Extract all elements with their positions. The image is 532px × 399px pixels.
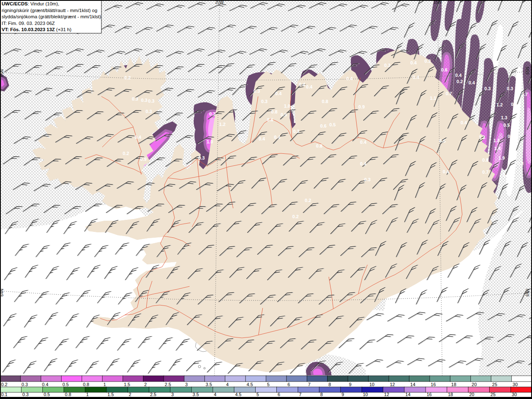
colorbar-segment: [123, 376, 143, 382]
precip-value-label: 0.2: [456, 79, 463, 84]
precip-value-label: 0.6: [267, 117, 273, 122]
precip-value-label: 0.4: [299, 82, 305, 87]
colorbar-tick-label: 10: [363, 392, 368, 397]
colorbar-segment: [450, 376, 471, 382]
precip-value-label: 0.3: [261, 99, 267, 104]
legend-line-3: slydda/snjókoma (grátt/bleikt/grænt - mm…: [2, 14, 101, 19]
precip-value-label: 0.6: [439, 138, 446, 143]
colorbar-tick-label: 7: [299, 392, 301, 397]
colorbar-tick-label: 1.5: [124, 382, 130, 387]
colorbar-tick-label: 0.3: [22, 382, 28, 387]
colorbar-tick-label: 2: [144, 382, 147, 387]
colorbar-tick-label: 0.2: [1, 382, 7, 387]
colorbar-tick-label: 2.5: [165, 382, 171, 387]
precip-value-label: 0.7: [446, 91, 452, 96]
colorbar-tick-label: 2: [129, 392, 131, 397]
colorbar-tick-label: 18: [451, 382, 456, 387]
colorbar-segment: [204, 376, 225, 382]
colorbar-tick-label: 0.5: [44, 392, 50, 397]
precip-value-label: 0.3: [254, 89, 260, 94]
colorbar-tick-label: 4: [226, 382, 229, 387]
colorbar-tick-label: 7: [308, 382, 310, 387]
precip-value-label: 0.7: [482, 170, 488, 175]
colorbar-tick-label: 16: [431, 382, 436, 387]
precip-value-label: 1.0: [284, 103, 290, 108]
precip-value-label: 0.9: [503, 172, 509, 177]
legend-box: UWC/ECDS: Vindur (10m), rigning/skúrir (…: [0, 0, 101, 33]
precip-value-label: 0.5: [503, 123, 510, 128]
colorbar-segment: [246, 376, 266, 382]
colorbar-tick-label: 0.1: [1, 392, 7, 397]
colorbar-tick-label: 3: [171, 392, 174, 397]
precip-value-label: 1.2: [219, 122, 225, 127]
precip-value-label: 0.4: [468, 80, 475, 85]
precip-value-label: 0.4: [346, 76, 353, 81]
precip-value-label: 0.2: [292, 214, 298, 219]
colorbar-tick-label: 4.5: [235, 392, 241, 397]
colorbar-tick-label: 8: [328, 382, 331, 387]
colorbar-tick-label: 30: [512, 382, 517, 387]
colorbar-tick-label: 6: [288, 382, 290, 387]
precip-value-label: 0.3: [507, 86, 513, 91]
precip-value-label: 0.6: [441, 67, 447, 72]
colorbar-segment: [348, 376, 369, 382]
precip-value-label: 0.3: [145, 109, 152, 114]
colorbar-tick-label: 12: [384, 392, 389, 397]
precip-value-label: 0.9: [358, 104, 365, 109]
precip-value-label: 1.0: [207, 139, 213, 144]
colorbar-tick-label: 4.5: [246, 382, 253, 387]
colorbar-tick-label: 20: [472, 382, 477, 387]
colorbar-segment: [82, 376, 103, 382]
precip-value-label: 1.3: [501, 115, 507, 120]
precip-value-label: 0.4: [135, 135, 141, 140]
precip-value-label: 0.4: [455, 73, 462, 78]
precip-value-label: 0.4: [275, 91, 282, 96]
legend-model-name: UWC/ECDS: [2, 1, 28, 6]
graticule-label: 65N: [525, 67, 530, 74]
weather-map-canvas: 0.20.30.30.30.30.40.20.90.31.21.00.30.30…: [0, 0, 532, 399]
colorbar-tick-label: 0.5: [62, 382, 69, 387]
precip-value-label: 0.3: [364, 177, 370, 182]
colorbar-segment: [62, 376, 82, 382]
precip-value-label: 0.8: [271, 109, 277, 114]
precip-value-label: 1.9: [498, 155, 505, 160]
precip-value-label: 0.4: [360, 161, 367, 166]
precip-value-label: 0.4: [360, 140, 367, 145]
colorbar-tick-label: 6: [278, 392, 280, 397]
precip-value-label: 0.6: [320, 123, 326, 128]
colorbar-tick-label: 0.3: [22, 392, 29, 397]
colorbar-segment: [286, 376, 307, 382]
precip-value-label: 0.9: [281, 112, 287, 117]
precip-value-label: 0.3: [424, 59, 431, 64]
colorbar-tick-label: 8: [320, 392, 323, 397]
colorbar-segment: [102, 376, 123, 382]
precip-value-label: 0.7: [521, 92, 527, 97]
colorbar-tick-label: 9: [349, 382, 351, 387]
colorbar-tick-label: 1: [86, 392, 89, 397]
precip-value-label: 0.8: [322, 99, 328, 104]
colorbar-tick-label: 0.4: [42, 382, 48, 387]
colorbar-segment: [470, 376, 491, 382]
precip-value-label: 0.4: [511, 102, 517, 107]
weather-map-page: 0.20.30.30.30.30.40.20.90.31.21.00.30.30…: [0, 0, 532, 399]
precip-value-label: 0.4: [274, 135, 281, 140]
colorbar-segment: [512, 376, 532, 382]
colorbar-tick-label: 1: [103, 382, 106, 387]
precip-value-label: 0.9: [140, 157, 146, 162]
precip-value-label: 1.5: [493, 138, 500, 143]
colorbar-segment: [143, 376, 164, 382]
precip-value-label: 0.8: [316, 143, 322, 148]
colorbar-tick-label: 16: [427, 392, 432, 397]
colorbar-tick-label: 5: [267, 382, 270, 387]
colorbar-segment: [225, 376, 246, 382]
legend-line-1: UWC/ECDS: Vindur (10m),: [2, 1, 59, 6]
island-vestmannaeyjar: [198, 365, 201, 368]
precip-value-label: 0.3: [198, 155, 204, 160]
precip-value-label: 0.2: [123, 151, 129, 156]
colorbar-tick-label: 25: [492, 382, 497, 387]
precip-value-label: 0.5: [329, 122, 335, 127]
colorbar-segment: [389, 376, 409, 382]
legend-line-4: IT: Fim. 09. 03. 2023 06Z: [2, 21, 55, 26]
colorbar-tick-label: 25: [490, 392, 495, 397]
precip-value-label: 0.2: [305, 198, 311, 203]
